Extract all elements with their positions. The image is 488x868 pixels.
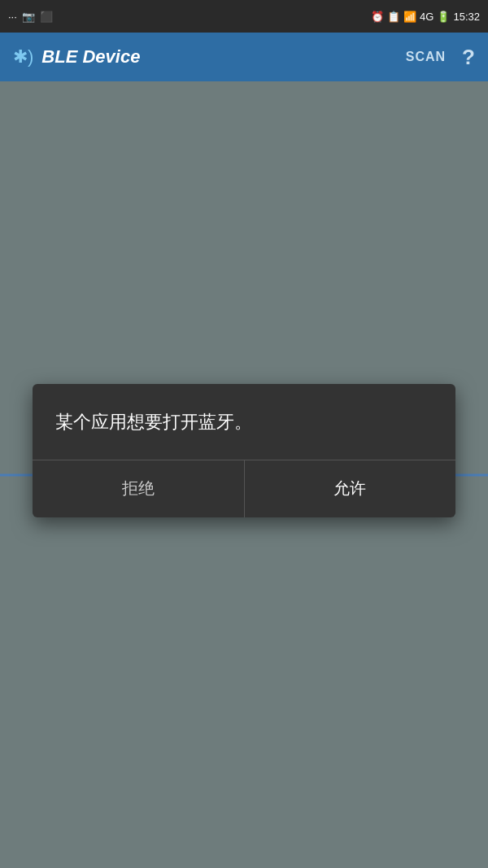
dialog-buttons: 拒绝 允许 (33, 460, 455, 517)
sim-icon: 📋 (387, 11, 400, 23)
deny-button[interactable]: 拒绝 (33, 460, 244, 517)
left-line (0, 473, 33, 476)
status-dots: ··· (8, 11, 17, 23)
status-bar-right: ⏰ 📋 📶 4G 🔋 15:32 (371, 11, 480, 23)
app-title: BLE Device (41, 46, 140, 68)
right-line (455, 473, 488, 476)
network-type: 4G (420, 11, 434, 23)
time: 15:32 (453, 11, 480, 23)
allow-button[interactable]: 允许 (245, 460, 456, 517)
help-icon[interactable]: ? (462, 45, 475, 70)
dialog-message: 某个应用想要打开蓝牙。 (55, 408, 433, 435)
status-bar-left: ··· 📷 ⬛ (8, 11, 53, 23)
scan-button[interactable]: SCAN (406, 50, 446, 64)
bluetooth-permission-dialog: 某个应用想要打开蓝牙。 拒绝 允许 (33, 384, 455, 517)
camera-icon: 📷 (22, 11, 35, 23)
alarm-icon: ⏰ (371, 11, 384, 23)
app-bar-left: ✱) BLE Device (13, 46, 140, 68)
wifi-icon: 📶 (403, 11, 416, 23)
app-bar: ✱) BLE Device SCAN ? (0, 33, 488, 81)
main-content: 某个应用想要打开蓝牙。 拒绝 允许 (0, 81, 488, 868)
battery-icon: 🔋 (437, 11, 450, 23)
app-bar-actions: SCAN ? (406, 45, 475, 70)
bluetooth-icon: ✱) (13, 46, 33, 68)
android-icon: ⬛ (40, 11, 53, 23)
status-bar: ··· 📷 ⬛ ⏰ 📋 📶 4G 🔋 15:32 (0, 0, 488, 33)
dialog-content: 某个应用想要打开蓝牙。 (33, 384, 455, 460)
